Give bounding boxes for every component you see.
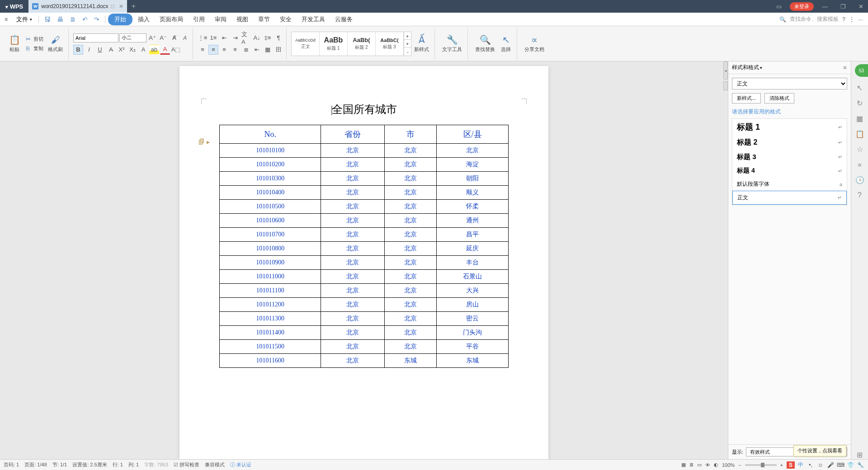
highlight-button[interactable]: ab — [149, 45, 159, 55]
table-cell[interactable]: 101011000 — [220, 270, 321, 284]
table-cell[interactable]: 大兴 — [437, 284, 509, 298]
view-read-icon[interactable]: 👁 — [705, 462, 710, 468]
table-cell[interactable]: 北京 — [384, 284, 436, 298]
table-cell[interactable]: 东城 — [384, 354, 436, 368]
table-cell[interactable]: 101010100 — [220, 144, 321, 158]
increase-font-icon[interactable]: A⁺ — [147, 33, 157, 43]
document-page[interactable]: 🗐 ▸ 全国所有城市 No.省份市区/县 101010100北京北京北京1010… — [179, 66, 548, 459]
tab-page-layout[interactable]: 页面布局 — [155, 14, 188, 25]
apps-icon[interactable]: ▦ — [855, 114, 864, 123]
table-cell[interactable]: 北京 — [384, 144, 436, 158]
table-cell[interactable]: 密云 — [437, 312, 509, 326]
table-cell[interactable]: 101011100 — [220, 284, 321, 298]
table-cell[interactable]: 101011300 — [220, 312, 321, 326]
table-cell[interactable]: 北京 — [384, 214, 436, 228]
bold-button[interactable]: B — [73, 45, 83, 55]
table-cell[interactable]: 101010700 — [220, 228, 321, 242]
gallery-more-icon[interactable]: ⌄ — [404, 48, 411, 56]
italic-button[interactable]: I — [84, 45, 94, 55]
table-cell[interactable]: 北京 — [384, 200, 436, 214]
close-panel-icon[interactable]: ✕ — [843, 65, 847, 71]
status-column[interactable]: 列: 1 — [128, 461, 139, 468]
table-cell[interactable]: 北京 — [321, 186, 384, 200]
char-shading-button[interactable]: A⬚ — [171, 45, 181, 55]
superscript-button[interactable]: X² — [117, 45, 127, 55]
current-style-select[interactable]: 正文 — [732, 78, 847, 89]
table-cell[interactable]: 东城 — [437, 354, 509, 368]
bullets-button[interactable]: ⋮≡ — [198, 33, 208, 43]
style-normal[interactable]: AaBbCcDd正文 — [292, 32, 320, 56]
table-row[interactable]: 101010200北京北京海淀 — [220, 158, 509, 172]
table-cell[interactable]: 怀柔 — [437, 200, 509, 214]
style-item-h4[interactable]: 标题 4↵ — [732, 164, 847, 178]
indent-left-button[interactable]: ⇤ — [252, 45, 262, 55]
panel-handle-2[interactable] — [723, 81, 728, 90]
tab-section[interactable]: 章节 — [254, 14, 274, 25]
style-item-h3[interactable]: 标题 3↵ — [732, 150, 847, 164]
panel-collapse-handle[interactable]: ◂ — [723, 61, 728, 80]
ime-keyboard-icon[interactable]: ⌨ — [836, 461, 844, 469]
score-badge[interactable]: 53 — [855, 64, 868, 77]
ime-punct-icon[interactable]: •, — [807, 461, 815, 469]
copy-button[interactable]: ⎘复制 — [23, 44, 45, 52]
table-header-cell[interactable]: 市 — [384, 125, 436, 144]
distribute-button[interactable]: ≣ — [241, 45, 251, 55]
table-cell[interactable]: 北京 — [321, 200, 384, 214]
table-row[interactable]: 101011000北京北京石景山 — [220, 270, 509, 284]
view-page-icon[interactable]: ▦ — [681, 462, 686, 468]
share-button[interactable]: ∝ 分享文档 — [522, 33, 547, 54]
status-section[interactable]: 节: 1/1 — [52, 461, 67, 468]
show-marks-button[interactable]: ¶ — [274, 33, 283, 43]
grid-icon[interactable]: ⊞ — [855, 450, 864, 459]
table-row[interactable]: 101010600北京北京通州 — [220, 214, 509, 228]
table-cell[interactable]: 朝阳 — [437, 172, 509, 186]
search-placeholder[interactable]: 查找命令、搜索模板 — [790, 15, 839, 23]
table-cell[interactable]: 北京 — [384, 270, 436, 284]
star-icon[interactable]: ☆ — [855, 145, 864, 154]
redo-icon[interactable]: ↷ — [91, 16, 102, 23]
align-center-button[interactable]: ≡ — [208, 45, 218, 55]
tab-references[interactable]: 引用 — [189, 14, 209, 25]
table-cell[interactable]: 北京 — [321, 270, 384, 284]
underline-button[interactable]: U — [95, 45, 105, 55]
increase-indent-button[interactable]: ⇥ — [230, 33, 240, 43]
text-direction-button[interactable]: 文A — [241, 33, 251, 43]
window-mode-icon[interactable]: ▭ — [772, 3, 786, 10]
table-cell[interactable]: 北京 — [384, 158, 436, 172]
ime-cloud-icon[interactable]: 👕 — [846, 461, 854, 469]
table-cell[interactable]: 北京 — [384, 186, 436, 200]
table-row[interactable]: 101010900北京北京丰台 — [220, 256, 509, 270]
shading-button[interactable]: ▦ — [263, 45, 273, 55]
maximize-icon[interactable]: ❐ — [836, 3, 850, 10]
clear-format-icon[interactable]: Ⱥ — [169, 33, 179, 43]
table-row[interactable]: 101011600北京东城东城 — [220, 354, 509, 368]
sort-button[interactable]: A↓ — [252, 33, 262, 43]
status-page-no[interactable]: 页码: 1 — [4, 461, 19, 468]
align-left-button[interactable]: ≡ — [198, 45, 208, 55]
status-position[interactable]: 设置值: 2.5厘米 — [72, 461, 107, 468]
view-focus-icon[interactable]: ◐ — [714, 462, 718, 468]
table-cell[interactable]: 门头沟 — [437, 326, 509, 340]
style-item-h2[interactable]: 标题 2↵ — [732, 135, 847, 150]
table-cell[interactable]: 101010800 — [220, 242, 321, 256]
decrease-font-icon[interactable]: A⁻ — [158, 33, 168, 43]
table-cell[interactable]: 丰台 — [437, 256, 509, 270]
table-cell[interactable]: 延庆 — [437, 242, 509, 256]
history-icon[interactable]: 🕓 — [855, 175, 864, 184]
status-spell[interactable]: ☑ 拼写检查 — [174, 461, 199, 468]
table-cell[interactable]: 北京 — [384, 242, 436, 256]
table-row[interactable]: 101011500北京北京平谷 — [220, 340, 509, 354]
table-cell[interactable]: 昌平 — [437, 228, 509, 242]
view-outline-icon[interactable]: ≣ — [689, 462, 693, 468]
status-word-count[interactable]: 字数: 7953 — [144, 461, 168, 468]
print-preview-icon[interactable]: 🗎 — [67, 16, 79, 23]
tab-review[interactable]: 审阅 — [210, 14, 231, 25]
select-button[interactable]: ↖ 选择 — [498, 33, 514, 54]
tab-developer[interactable]: 开发工具 — [297, 14, 330, 25]
table-cell[interactable]: 北京 — [321, 298, 384, 312]
file-menu[interactable]: 文件 ▾ — [16, 15, 32, 24]
subscript-button[interactable]: X₂ — [127, 45, 137, 55]
justify-button[interactable]: ≡ — [230, 45, 240, 55]
undo-icon[interactable]: ↶ — [80, 16, 90, 23]
document-table[interactable]: No.省份市区/县 101010100北京北京北京101010200北京北京海淀… — [219, 125, 509, 368]
